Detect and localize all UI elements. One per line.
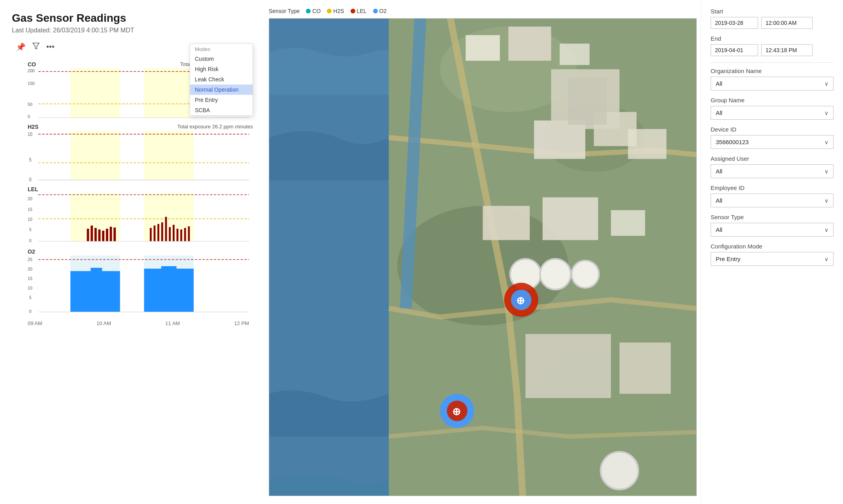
assigned-user-label: Assigned User (711, 155, 834, 162)
svg-rect-6 (144, 68, 194, 118)
svg-rect-13 (70, 131, 120, 180)
svg-text:20: 20 (28, 267, 32, 271)
mode-custom[interactable]: Custom (190, 54, 253, 64)
start-time-input[interactable]: 12:00:00 AM (761, 17, 813, 29)
o2-legend-label: O2 (379, 8, 387, 14)
svg-rect-32 (106, 229, 108, 241)
lel-dot (351, 9, 355, 13)
device-id-label: Device ID (711, 126, 834, 133)
svg-text:0: 0 (29, 308, 32, 313)
group-name-value: All (716, 109, 722, 116)
svg-rect-43 (180, 229, 182, 241)
modes-label: Modes (190, 44, 253, 54)
svg-text:10: 10 (28, 217, 32, 222)
device-id-value: 3566000123 (716, 139, 749, 145)
start-row: 2019-03-28 12:00:00 AM (711, 17, 834, 29)
svg-rect-74 (611, 210, 645, 236)
sensor-type-section: Sensor Type All ∨ (711, 214, 834, 237)
employee-id-value: All (716, 197, 722, 204)
mode-pre-entry[interactable]: Pre Entry (190, 95, 253, 105)
svg-rect-56 (70, 271, 120, 312)
svg-rect-35 (150, 228, 152, 241)
svg-text:25: 25 (28, 257, 32, 262)
end-row: 2019-04-01 12:43:18 PM (711, 44, 834, 56)
lel-legend-label: LEL (357, 8, 367, 14)
device-id-dropdown[interactable]: 3566000123 ∨ (711, 135, 834, 149)
group-name-chevron-icon: ∨ (824, 110, 828, 116)
mode-scba[interactable]: SCBA (190, 105, 253, 115)
h2s-label: H2S (28, 124, 38, 130)
employee-id-dropdown[interactable]: All ∨ (711, 194, 834, 207)
assigned-user-dropdown[interactable]: All ∨ (711, 164, 834, 178)
end-date-input[interactable]: 2019-04-01 (711, 44, 758, 56)
filter-icon[interactable] (32, 42, 40, 52)
svg-rect-72 (483, 206, 530, 240)
svg-rect-34 (113, 228, 116, 241)
end-time-input[interactable]: 12:43:18 PM (761, 44, 813, 56)
o2-dot (373, 9, 378, 13)
pin-icon[interactable]: 📌 (16, 42, 26, 52)
assigned-user-chevron-icon: ∨ (824, 168, 828, 175)
svg-text:⊕: ⊕ (516, 295, 525, 306)
co-dot (306, 9, 311, 13)
org-name-dropdown[interactable]: All ∨ (711, 77, 834, 90)
svg-point-77 (571, 261, 599, 288)
svg-rect-82 (619, 342, 671, 394)
o2-chart: O2 25 20 15 10 5 0 (12, 248, 253, 315)
svg-text:15: 15 (28, 207, 32, 212)
svg-text:5: 5 (29, 227, 32, 232)
right-panel: Start 2019-03-28 12:00:00 AM End 2019-04… (701, 0, 843, 504)
modes-dropdown: Modes Custom High Risk Leak Check Normal… (190, 43, 253, 116)
svg-point-76 (540, 259, 571, 290)
end-label: End (711, 35, 834, 42)
h2s-chart-area: 10 5 0 (28, 131, 249, 182)
more-options-icon[interactable]: ••• (46, 42, 55, 51)
svg-text:50: 50 (28, 102, 32, 107)
svg-rect-66 (466, 35, 500, 61)
svg-rect-14 (144, 131, 194, 180)
mode-high-risk[interactable]: High Risk (190, 64, 253, 74)
config-mode-dropdown[interactable]: Pre Entry ∨ (711, 252, 834, 266)
legend-o2: O2 (373, 8, 387, 14)
group-name-section: Group Name All ∨ (711, 97, 834, 120)
h2s-legend-label: H2S (333, 8, 344, 14)
svg-text:0: 0 (29, 238, 32, 243)
svg-rect-30 (98, 229, 101, 241)
device-id-chevron-icon: ∨ (824, 139, 828, 145)
svg-rect-81 (526, 334, 611, 398)
svg-rect-27 (87, 229, 89, 241)
svg-rect-41 (173, 225, 175, 241)
x-axis: 09 AM 10 AM 11 AM 12 PM (28, 320, 249, 326)
svg-text:20: 20 (28, 196, 32, 201)
mode-normal-operation[interactable]: Normal Operation (190, 85, 253, 95)
assigned-user-section: Assigned User All ∨ (711, 155, 834, 178)
lel-chart-area: 20 15 10 5 0 (28, 193, 249, 244)
co-label: CO (28, 61, 36, 68)
x-label-12pm: 12 PM (234, 320, 249, 326)
sensor-type-chevron-icon: ∨ (824, 227, 828, 233)
start-label: Start (711, 8, 834, 15)
group-name-dropdown[interactable]: All ∨ (711, 106, 834, 120)
org-name-label: Organization Name (711, 68, 834, 74)
sensor-type-value: All (716, 226, 722, 233)
org-name-chevron-icon: ∨ (824, 81, 828, 87)
svg-point-78 (601, 452, 638, 489)
legend-lel: LEL (351, 8, 367, 14)
left-panel: Gas Sensor Readings Last Updated: 26/03/… (0, 0, 261, 504)
sensor-type-dropdown[interactable]: All ∨ (711, 223, 834, 237)
group-name-label: Group Name (711, 97, 834, 103)
lel-label: LEL (28, 186, 38, 192)
h2s-exposure: Total exposure 26.2 ppm minutes (177, 124, 253, 130)
lel-chart: LEL 20 15 10 5 0 (12, 186, 253, 244)
svg-rect-5 (70, 68, 120, 118)
co-legend-label: CO (312, 8, 321, 14)
x-label-09am: 09 AM (28, 320, 42, 326)
mode-leak-check[interactable]: Leak Check (190, 74, 253, 85)
employee-id-section: Employee ID All ∨ (711, 184, 834, 207)
start-date-input[interactable]: 2019-03-28 (711, 17, 758, 29)
sensor-legend: Sensor Type CO H2S LEL O2 (269, 8, 697, 14)
svg-rect-45 (188, 226, 190, 241)
config-mode-value: Pre Entry (716, 256, 741, 262)
x-label-11am: 11 AM (165, 320, 180, 326)
org-name-section: Organization Name All ∨ (711, 68, 834, 90)
